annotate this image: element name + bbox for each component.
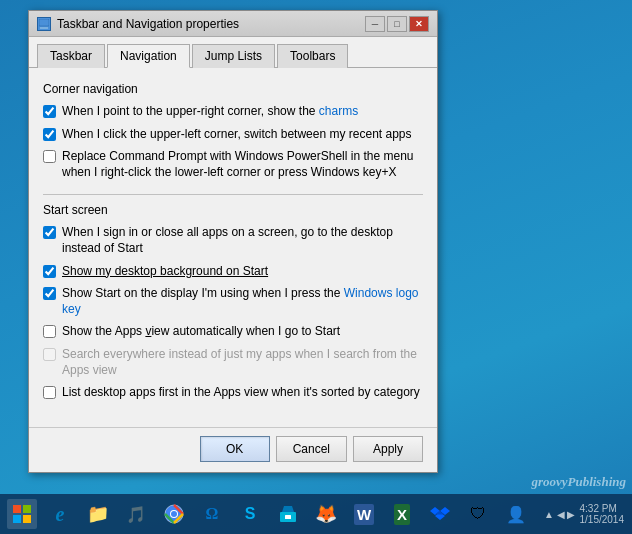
taskbar-icon-ie[interactable]: e — [42, 496, 78, 532]
taskbar-icon-skype[interactable]: S — [232, 496, 268, 532]
windows-logo-icon — [13, 505, 31, 523]
chk-desktop-bg-label[interactable]: Show my desktop background on Start — [62, 264, 268, 280]
chk-charms-item: When I point to the upper-right corner, … — [43, 104, 423, 120]
media-icon: 🎵 — [126, 505, 146, 524]
chk-start-display-label[interactable]: Show Start on the display I'm using when… — [62, 286, 423, 317]
desktop: Taskbar and Navigation properties ─ □ ✕ … — [0, 0, 632, 534]
taskbar: e 📁 🎵 Ω S — [0, 494, 632, 534]
outlook-icon: Ω — [206, 505, 219, 523]
corner-navigation-label: Corner navigation — [43, 82, 423, 96]
security-icon: 🛡 — [470, 505, 486, 523]
chk-desktop-signin-item: When I sign in or close all apps on a sc… — [43, 225, 423, 256]
tab-bar: Taskbar Navigation Jump Lists Toolbars — [29, 37, 437, 68]
chk-list-desktop-item: List desktop apps first in the Apps view… — [43, 385, 423, 401]
chk-search-everywhere-item: Search everywhere instead of just my app… — [43, 347, 423, 378]
ok-button[interactable]: OK — [200, 436, 270, 462]
taskbar-icon-word[interactable]: W — [346, 496, 382, 532]
taskbar-icon-store[interactable] — [270, 496, 306, 532]
svg-rect-1 — [40, 27, 48, 29]
taskbar-icon-chrome[interactable] — [156, 496, 192, 532]
chk-recent-apps-input[interactable] — [43, 128, 56, 141]
chk-recent-apps-label[interactable]: When I click the upper-left corner, swit… — [62, 127, 412, 143]
firefox-icon: 🦊 — [315, 503, 337, 525]
taskbar-icon-firefox[interactable]: 🦊 — [308, 496, 344, 532]
tab-taskbar[interactable]: Taskbar — [37, 44, 105, 68]
chk-search-everywhere-label: Search everywhere instead of just my app… — [62, 347, 423, 378]
window-icon — [37, 17, 51, 31]
taskbar-icon-explorer[interactable]: 📁 — [80, 496, 116, 532]
chk-charms-input[interactable] — [43, 105, 56, 118]
svg-rect-4 — [13, 515, 21, 523]
taskbar-icon-security[interactable]: 🛡 — [460, 496, 496, 532]
cancel-button[interactable]: Cancel — [276, 436, 347, 462]
chk-desktop-signin-label[interactable]: When I sign in or close all apps on a sc… — [62, 225, 423, 256]
section-divider — [43, 194, 423, 195]
skype-icon: S — [245, 505, 256, 523]
chk-apps-view-input[interactable] — [43, 325, 56, 338]
chk-list-desktop-input[interactable] — [43, 386, 56, 399]
tab-toolbars[interactable]: Toolbars — [277, 44, 348, 68]
chk-powershell-item: Replace Command Prompt with Windows Powe… — [43, 149, 423, 180]
taskbar-icon-excel[interactable]: X — [384, 496, 420, 532]
taskbar-icon-outlook[interactable]: Ω — [194, 496, 230, 532]
svg-rect-0 — [39, 19, 49, 26]
start-button-inner — [7, 499, 37, 529]
button-row: OK Cancel Apply — [29, 427, 437, 472]
svg-rect-3 — [23, 505, 31, 513]
word-icon: W — [354, 504, 374, 525]
taskbar-right: ▲ ◀ ▶ 4:32 PM1/15/2014 — [544, 503, 628, 525]
store-icon — [278, 504, 298, 524]
clock: 4:32 PM1/15/2014 — [580, 503, 625, 525]
minimize-button[interactable]: ─ — [365, 16, 385, 32]
svg-rect-5 — [23, 515, 31, 523]
ie-icon: e — [56, 503, 65, 526]
chk-desktop-signin-input[interactable] — [43, 226, 56, 239]
title-controls: ─ □ ✕ — [365, 16, 429, 32]
corner-navigation-section: Corner navigation When I point to the up… — [43, 82, 423, 180]
chk-list-desktop-label[interactable]: List desktop apps first in the Apps view… — [62, 385, 420, 401]
dialog-title: Taskbar and Navigation properties — [57, 17, 239, 31]
chk-desktop-bg-input[interactable] — [43, 265, 56, 278]
start-screen-section: Start screen When I sign in or close all… — [43, 203, 423, 400]
taskbar-icon-media[interactable]: 🎵 — [118, 496, 154, 532]
svg-point-8 — [171, 511, 177, 517]
system-tray: ▲ ◀ ▶ — [544, 509, 575, 520]
dialog-content: Corner navigation When I point to the up… — [29, 68, 437, 427]
start-button[interactable] — [4, 496, 40, 532]
chk-apps-view-label[interactable]: Show the Apps view automatically when I … — [62, 324, 340, 340]
title-bar-left: Taskbar and Navigation properties — [37, 17, 239, 31]
watermark: groovyPublishing — [531, 474, 626, 490]
start-screen-label: Start screen — [43, 203, 423, 217]
user-icon: 👤 — [506, 505, 526, 524]
tab-jump-lists[interactable]: Jump Lists — [192, 44, 275, 68]
chk-recent-apps-item: When I click the upper-left corner, swit… — [43, 127, 423, 143]
maximize-button[interactable]: □ — [387, 16, 407, 32]
chk-search-everywhere-input[interactable] — [43, 348, 56, 361]
chk-powershell-label[interactable]: Replace Command Prompt with Windows Powe… — [62, 149, 423, 180]
tab-navigation[interactable]: Navigation — [107, 44, 190, 68]
taskbar-props-icon — [39, 19, 49, 29]
svg-rect-2 — [13, 505, 21, 513]
chk-charms-label[interactable]: When I point to the upper-right corner, … — [62, 104, 358, 120]
close-button[interactable]: ✕ — [409, 16, 429, 32]
explorer-icon: 📁 — [87, 503, 109, 525]
chk-start-display-input[interactable] — [43, 287, 56, 300]
chk-start-display-item: Show Start on the display I'm using when… — [43, 286, 423, 317]
title-bar: Taskbar and Navigation properties ─ □ ✕ — [29, 11, 437, 37]
dropbox-icon — [430, 504, 450, 524]
apply-button[interactable]: Apply — [353, 436, 423, 462]
chrome-icon — [164, 504, 184, 524]
chk-apps-view-item: Show the Apps view automatically when I … — [43, 324, 423, 340]
chk-desktop-bg-item: Show my desktop background on Start — [43, 264, 423, 280]
taskbar-icon-user[interactable]: 👤 — [498, 496, 534, 532]
excel-icon: X — [394, 504, 410, 525]
dialog-window: Taskbar and Navigation properties ─ □ ✕ … — [28, 10, 438, 473]
chk-powershell-input[interactable] — [43, 150, 56, 163]
taskbar-icon-dropbox[interactable] — [422, 496, 458, 532]
svg-rect-10 — [285, 515, 291, 519]
